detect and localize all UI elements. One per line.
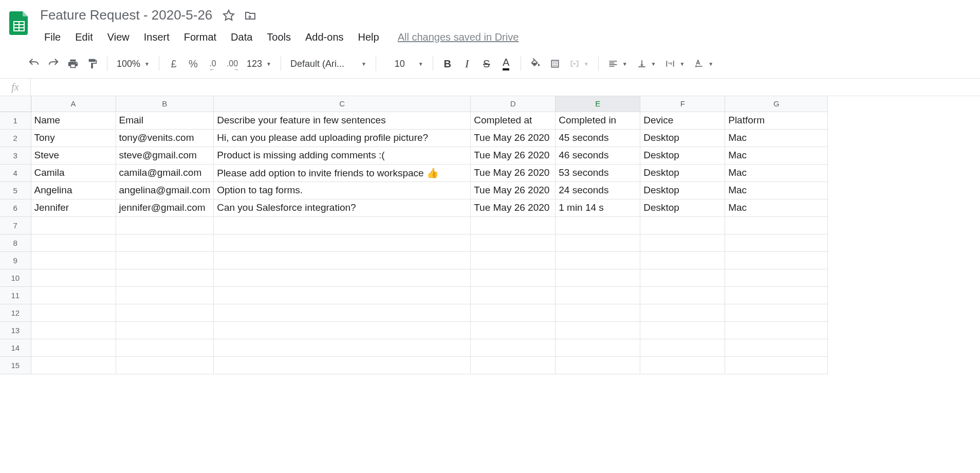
cell-D7[interactable] bbox=[471, 216, 556, 234]
save-status[interactable]: All changes saved in Drive bbox=[398, 31, 519, 43]
column-header-F[interactable]: F bbox=[640, 96, 725, 112]
row-header-1[interactable]: 1 bbox=[0, 112, 31, 129]
select-all-corner[interactable] bbox=[0, 96, 31, 112]
menu-tools[interactable]: Tools bbox=[261, 28, 297, 46]
cell-G1[interactable]: Platform bbox=[725, 112, 828, 129]
sheets-logo-icon[interactable] bbox=[6, 9, 33, 36]
cell-E2[interactable]: 45 seconds bbox=[556, 129, 640, 147]
cell-C11[interactable] bbox=[214, 286, 471, 304]
cell-G3[interactable]: Mac bbox=[725, 147, 828, 164]
cell-E15[interactable] bbox=[556, 356, 640, 374]
column-header-E[interactable]: E bbox=[556, 96, 640, 112]
cell-G8[interactable] bbox=[725, 234, 828, 251]
formula-input[interactable] bbox=[31, 79, 980, 96]
cell-E7[interactable] bbox=[556, 216, 640, 234]
cell-E5[interactable]: 24 seconds bbox=[556, 181, 640, 199]
cell-G10[interactable] bbox=[725, 269, 828, 286]
menu-view[interactable]: View bbox=[101, 28, 136, 46]
row-header-4[interactable]: 4 bbox=[0, 164, 31, 181]
cell-C10[interactable] bbox=[214, 269, 471, 286]
menu-data[interactable]: Data bbox=[225, 28, 258, 46]
cell-B2[interactable]: tony@venits.com bbox=[116, 129, 214, 147]
cell-A14[interactable] bbox=[31, 339, 116, 356]
cell-D5[interactable]: Tue May 26 2020 bbox=[471, 181, 556, 199]
cell-A13[interactable] bbox=[31, 321, 116, 339]
row-header-7[interactable]: 7 bbox=[0, 216, 31, 234]
row-header-6[interactable]: 6 bbox=[0, 199, 31, 216]
cell-F15[interactable] bbox=[640, 356, 725, 374]
cell-F6[interactable]: Desktop bbox=[640, 199, 725, 216]
cell-E8[interactable] bbox=[556, 234, 640, 251]
cell-A11[interactable] bbox=[31, 286, 116, 304]
undo-button[interactable] bbox=[25, 54, 43, 73]
cell-F8[interactable] bbox=[640, 234, 725, 251]
cell-C7[interactable] bbox=[214, 216, 471, 234]
row-header-3[interactable]: 3 bbox=[0, 147, 31, 164]
column-header-B[interactable]: B bbox=[116, 96, 214, 112]
menu-edit[interactable]: Edit bbox=[69, 28, 99, 46]
merge-cells-dropdown[interactable]: ▼ bbox=[565, 54, 593, 73]
cell-A1[interactable]: Name bbox=[31, 112, 116, 129]
cell-F2[interactable]: Desktop bbox=[640, 129, 725, 147]
cell-G2[interactable]: Mac bbox=[725, 129, 828, 147]
column-header-D[interactable]: D bbox=[471, 96, 556, 112]
cell-A10[interactable] bbox=[31, 269, 116, 286]
zoom-dropdown[interactable]: 100% ▼ bbox=[113, 54, 154, 73]
cell-C13[interactable] bbox=[214, 321, 471, 339]
cell-C2[interactable]: Hi, can you please add uploading profile… bbox=[214, 129, 471, 147]
menu-insert[interactable]: Insert bbox=[138, 28, 176, 46]
cell-B4[interactable]: camila@gmail.com bbox=[116, 164, 214, 181]
redo-button[interactable] bbox=[44, 54, 63, 73]
strikethrough-button[interactable]: S bbox=[477, 54, 496, 73]
cell-E6[interactable]: 1 min 14 s bbox=[556, 199, 640, 216]
row-header-10[interactable]: 10 bbox=[0, 269, 31, 286]
number-format-dropdown[interactable]: 123 ▼ bbox=[243, 54, 275, 73]
cell-G4[interactable]: Mac bbox=[725, 164, 828, 181]
cell-C6[interactable]: Can you Salesforce integration? bbox=[214, 199, 471, 216]
cell-B13[interactable] bbox=[116, 321, 214, 339]
cell-D1[interactable]: Completed at bbox=[471, 112, 556, 129]
cell-C8[interactable] bbox=[214, 234, 471, 251]
cell-D12[interactable] bbox=[471, 304, 556, 321]
row-header-13[interactable]: 13 bbox=[0, 321, 31, 339]
cell-G9[interactable] bbox=[725, 251, 828, 269]
cell-E14[interactable] bbox=[556, 339, 640, 356]
cell-F11[interactable] bbox=[640, 286, 725, 304]
cell-E12[interactable] bbox=[556, 304, 640, 321]
cell-F3[interactable]: Desktop bbox=[640, 147, 725, 164]
cell-A5[interactable]: Angelina bbox=[31, 181, 116, 199]
cell-D2[interactable]: Tue May 26 2020 bbox=[471, 129, 556, 147]
cell-C14[interactable] bbox=[214, 339, 471, 356]
cell-G15[interactable] bbox=[725, 356, 828, 374]
cell-F9[interactable] bbox=[640, 251, 725, 269]
cell-B6[interactable]: jennifer@gmail.com bbox=[116, 199, 214, 216]
menu-format[interactable]: Format bbox=[178, 28, 223, 46]
cell-B3[interactable]: steve@gmail.com bbox=[116, 147, 214, 164]
bold-button[interactable]: B bbox=[438, 54, 457, 73]
cell-E11[interactable] bbox=[556, 286, 640, 304]
cell-A15[interactable] bbox=[31, 356, 116, 374]
cell-F5[interactable]: Desktop bbox=[640, 181, 725, 199]
cell-G6[interactable]: Mac bbox=[725, 199, 828, 216]
row-header-12[interactable]: 12 bbox=[0, 304, 31, 321]
cell-F12[interactable] bbox=[640, 304, 725, 321]
horizontal-align-dropdown[interactable]: ▼ bbox=[604, 54, 632, 73]
cell-G5[interactable]: Mac bbox=[725, 181, 828, 199]
borders-button[interactable] bbox=[546, 54, 564, 73]
row-header-9[interactable]: 9 bbox=[0, 251, 31, 269]
cell-G11[interactable] bbox=[725, 286, 828, 304]
cell-D10[interactable] bbox=[471, 269, 556, 286]
row-header-5[interactable]: 5 bbox=[0, 181, 31, 199]
cell-E10[interactable] bbox=[556, 269, 640, 286]
cell-B12[interactable] bbox=[116, 304, 214, 321]
cell-E3[interactable]: 46 seconds bbox=[556, 147, 640, 164]
row-header-14[interactable]: 14 bbox=[0, 339, 31, 356]
cell-E13[interactable] bbox=[556, 321, 640, 339]
cell-A3[interactable]: Steve bbox=[31, 147, 116, 164]
cell-D13[interactable] bbox=[471, 321, 556, 339]
cell-E9[interactable] bbox=[556, 251, 640, 269]
column-header-C[interactable]: C bbox=[214, 96, 471, 112]
cell-D8[interactable] bbox=[471, 234, 556, 251]
cell-D15[interactable] bbox=[471, 356, 556, 374]
cell-F14[interactable] bbox=[640, 339, 725, 356]
